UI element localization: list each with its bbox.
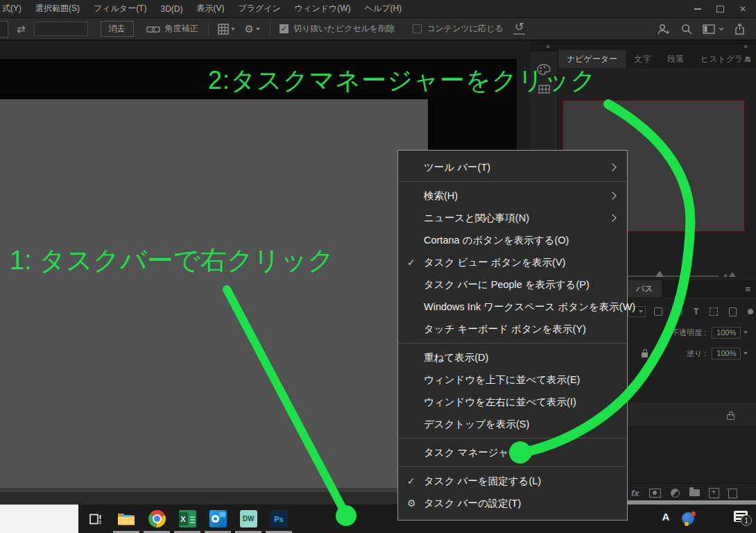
menu-item-taskbar-settings[interactable]: ⚙タスク バーの設定(T) bbox=[398, 492, 627, 514]
close-icon[interactable]: ✕ bbox=[739, 5, 746, 13]
menu-item-touch-keyboard[interactable]: タッチ キーボード ボタンを表示(Y) bbox=[398, 318, 627, 340]
menu-item-lock-taskbar[interactable]: ✓タスク バーを固定する(L) bbox=[398, 470, 627, 492]
menu-item-filter[interactable]: フィルター(T) bbox=[87, 3, 153, 15]
menu-item-task-view[interactable]: ✓タスク ビュー ボタンを表示(V) bbox=[398, 251, 627, 273]
excel-button[interactable]: X bbox=[172, 505, 203, 533]
menu-item-view[interactable]: 表示(V) bbox=[189, 3, 231, 15]
task-view-icon bbox=[89, 512, 103, 526]
menu-item-type[interactable]: 式(Y) bbox=[0, 3, 28, 15]
menu-item-3d[interactable]: 3D(D) bbox=[153, 4, 189, 14]
new-group-button[interactable] bbox=[689, 489, 700, 496]
tab-navigator[interactable]: ナビゲーター bbox=[558, 50, 626, 68]
collapse-panels-icon[interactable]: « bbox=[546, 42, 549, 50]
file-explorer-icon bbox=[117, 511, 135, 526]
menu-item-show-desktop[interactable]: デスクトップを表示(S) bbox=[398, 413, 627, 435]
color-palette-icon[interactable] bbox=[537, 64, 551, 75]
filter-smart-objects-icon[interactable] bbox=[729, 307, 737, 316]
layers-panel-menu-icon[interactable]: ≡ bbox=[745, 284, 750, 294]
collapsed-panel-strip bbox=[531, 51, 557, 161]
reset-icon[interactable]: ↺ bbox=[513, 21, 525, 35]
filter-pixel-layers-icon[interactable] bbox=[654, 307, 662, 316]
menu-item-task-manager[interactable]: タスク マネージャー(K) bbox=[398, 441, 627, 464]
ratio-input[interactable] bbox=[34, 22, 88, 36]
crop-settings-gear-icon[interactable]: ⚙ bbox=[245, 23, 260, 35]
tool-preset-icon[interactable] bbox=[0, 21, 8, 37]
straighten-icon[interactable] bbox=[146, 25, 160, 33]
menu-item-cascade[interactable]: 重ねて表示(D) bbox=[398, 346, 627, 369]
lock-all-icon[interactable] bbox=[642, 353, 648, 357]
notification-center-icon[interactable]: 1 bbox=[734, 511, 748, 522]
opacity-caret-icon[interactable] bbox=[744, 331, 748, 334]
chrome-icon bbox=[148, 510, 166, 527]
filter-adjustment-layers-icon[interactable] bbox=[673, 307, 682, 316]
taskbar-context-menu: ツール バー(T) 検索(H) ニュースと関心事項(N) Cortana のボタ… bbox=[397, 150, 628, 521]
menu-item-stack-windows[interactable]: ウィンドウを上下に並べて表示(E) bbox=[398, 369, 627, 391]
delete-cropped-pixels-checkbox[interactable]: ✓ bbox=[280, 24, 289, 33]
menu-item-side-by-side[interactable]: ウィンドウを左右に並べて表示(I) bbox=[398, 391, 627, 413]
workspace-switcher-icon[interactable] bbox=[703, 24, 724, 34]
outlook-button[interactable] bbox=[203, 505, 233, 533]
canvas[interactable] bbox=[0, 99, 428, 488]
file-explorer-button[interactable] bbox=[111, 505, 141, 533]
tray-app-icon[interactable] bbox=[682, 512, 694, 525]
panel-menu-icon[interactable]: ≡ bbox=[745, 53, 750, 64]
menu-item-news[interactable]: ニュースと関心事項(N) bbox=[398, 207, 627, 229]
chrome-button[interactable] bbox=[141, 505, 172, 533]
clear-button[interactable]: 消去 bbox=[101, 21, 134, 37]
zoom-mountains-icon[interactable] bbox=[723, 272, 736, 277]
filter-toggle-icon[interactable] bbox=[748, 309, 753, 314]
navigator-zoom-slider[interactable] bbox=[616, 276, 719, 277]
menu-separator bbox=[399, 343, 626, 344]
navigator-zoom-thumb[interactable] bbox=[655, 271, 664, 277]
task-view-button[interactable] bbox=[80, 505, 111, 533]
window-controls: ✕ bbox=[694, 0, 746, 17]
menu-item-people[interactable]: タスク バーに People を表示する(P) bbox=[398, 273, 627, 296]
fill-value[interactable]: 100% bbox=[712, 348, 741, 359]
overlay-grid-icon[interactable] bbox=[218, 24, 235, 35]
delete-layer-button[interactable] bbox=[728, 490, 737, 498]
filter-shape-layers-icon[interactable] bbox=[710, 307, 718, 316]
crop-options-bar: ⇄ 消去 角度補正 ⚙ ✓ 切り抜いたピクセルを削除 コンテンツに応じる ↺ bbox=[0, 17, 756, 40]
check-icon: ✓ bbox=[407, 251, 415, 273]
menu-item-help[interactable]: ヘルプ(H) bbox=[358, 3, 409, 15]
divider bbox=[208, 22, 209, 37]
menu-item-window[interactable]: ウィンドウ(W) bbox=[288, 3, 358, 15]
menu-item-cortana[interactable]: Cortana のボタンを表示する(O) bbox=[398, 229, 627, 251]
minimize-icon[interactable] bbox=[694, 8, 701, 10]
menu-item-select[interactable]: 選択範囲(S) bbox=[28, 3, 87, 15]
menu-item-plugins[interactable]: プラグイン bbox=[231, 3, 287, 15]
gear-icon: ⚙ bbox=[407, 492, 416, 514]
filter-type-layers-icon[interactable]: T bbox=[694, 307, 698, 316]
ime-language-icon[interactable]: A bbox=[659, 511, 673, 523]
layer-style-fx-button[interactable]: fx bbox=[631, 488, 639, 498]
new-layer-button[interactable]: + bbox=[709, 488, 719, 498]
submenu-arrow-icon bbox=[608, 192, 616, 199]
menu-item-windows-ink[interactable]: Windows Ink ワークスペース ボタンを表示(W) bbox=[398, 296, 627, 318]
dreamweaver-button[interactable]: DW bbox=[233, 505, 264, 533]
maximize-icon[interactable] bbox=[716, 6, 724, 12]
photoshop-menu-bar: 式(Y) 選択範囲(S) フィルター(T) 3D(D) 表示(V) プラグイン … bbox=[0, 0, 756, 17]
tab-character[interactable]: 文字 bbox=[626, 50, 659, 68]
add-mask-button[interactable] bbox=[649, 489, 661, 498]
adjustment-layer-button[interactable] bbox=[671, 489, 680, 498]
share-icon[interactable] bbox=[734, 23, 745, 35]
fill-label: 塗り : bbox=[687, 348, 706, 359]
search-icon[interactable] bbox=[681, 24, 692, 35]
windows-taskbar[interactable]: X DW Ps A 1 bbox=[0, 505, 756, 533]
document-tab-strip bbox=[0, 40, 517, 59]
photoshop-button[interactable]: Ps bbox=[264, 505, 294, 533]
opacity-value[interactable]: 100% bbox=[712, 327, 741, 339]
tab-paragraph[interactable]: 段落 bbox=[659, 50, 692, 68]
tab-paths[interactable]: パス bbox=[628, 280, 662, 297]
submenu-arrow-icon bbox=[608, 163, 616, 171]
content-aware-checkbox[interactable] bbox=[413, 24, 422, 33]
add-user-icon[interactable] bbox=[658, 24, 671, 35]
menu-separator bbox=[399, 466, 626, 467]
grid-panel-icon[interactable] bbox=[538, 85, 550, 94]
outlook-icon bbox=[209, 510, 227, 527]
menu-item-toolbars[interactable]: ツール バー(T) bbox=[398, 156, 627, 178]
menu-item-search[interactable]: 検索(H) bbox=[398, 185, 627, 207]
expand-panels-icon[interactable]: » bbox=[744, 42, 747, 50]
fill-caret-icon[interactable] bbox=[744, 352, 748, 355]
swap-dimensions-icon[interactable]: ⇄ bbox=[17, 23, 26, 35]
